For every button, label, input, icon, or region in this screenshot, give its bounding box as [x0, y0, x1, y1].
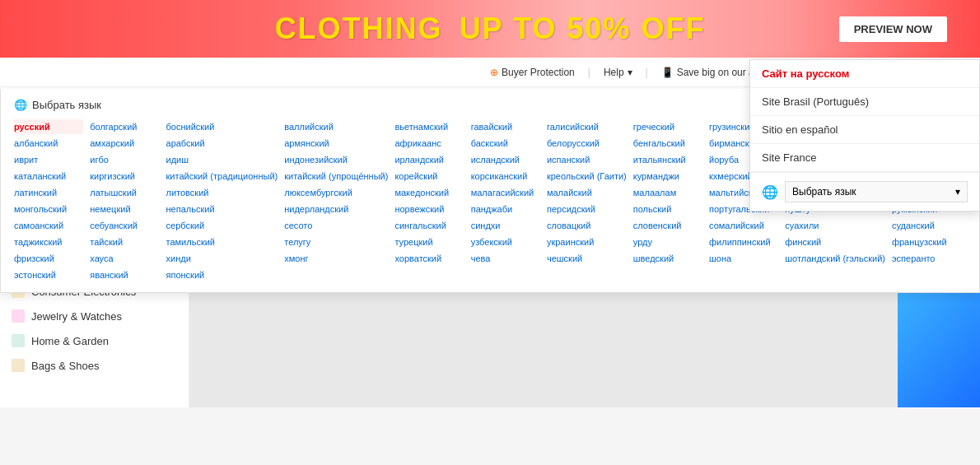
lang-cell[interactable]: польский	[633, 202, 702, 216]
lang-cell[interactable]: шона	[709, 251, 778, 266]
lang-option-brasil[interactable]: Site Brasil (Português)	[750, 88, 979, 116]
lang-cell[interactable]: китайский (упрощённый)	[284, 169, 388, 184]
lang-cell[interactable]: малаалам	[633, 185, 702, 200]
lang-cell[interactable]: корсиканский	[471, 169, 540, 184]
sidebar-item-jewelry[interactable]: Jewelry & Watches	[0, 304, 189, 328]
preview-now-button[interactable]: PREVIEW NOW	[839, 16, 947, 42]
globe-grid-icon: 🌐	[14, 99, 27, 111]
lang-cell[interactable]: самоанский	[14, 218, 83, 233]
lang-cell[interactable]: нидерландский	[284, 202, 388, 216]
sidebar-jewelry-label: Jewelry & Watches	[31, 310, 122, 323]
lang-cell[interactable]: корейский	[394, 169, 464, 184]
lang-cell[interactable]: финский	[785, 235, 885, 249]
lang-cell[interactable]: телугу	[284, 235, 388, 249]
lang-cell[interactable]: малагасийский	[471, 185, 540, 200]
lang-cell[interactable]: панджаби	[471, 202, 540, 216]
lang-cell[interactable]: валлийский	[284, 119, 388, 134]
lang-cell[interactable]: креольский (Гаити)	[547, 169, 627, 184]
sidebar-bags-label: Bags & Shoes	[31, 360, 99, 372]
lang-cell[interactable]: литовский	[166, 185, 278, 200]
lang-cell[interactable]: хорватский	[394, 251, 464, 266]
lang-cell[interactable]: украинский	[547, 235, 627, 249]
lang-cell[interactable]: эсперанто	[892, 251, 966, 266]
lang-cell[interactable]: хауса	[90, 251, 159, 266]
lang-cell[interactable]: африкаанс	[394, 136, 464, 151]
lang-cell[interactable]: исландский	[471, 152, 540, 167]
lang-cell[interactable]: таджикский	[14, 235, 83, 249]
lang-cell[interactable]: сесото	[284, 218, 388, 233]
lang-cell[interactable]: испанский	[547, 152, 627, 167]
lang-cell[interactable]: узбекский	[471, 235, 540, 249]
lang-cell[interactable]: урду	[633, 235, 702, 249]
lang-cell[interactable]: шотландский (гэльский)	[785, 251, 885, 266]
lang-cell[interactable]: итальянский	[633, 152, 702, 167]
lang-cell[interactable]: чева	[471, 251, 540, 266]
language-dropdown[interactable]: Сайт на русском Site Brasil (Português) …	[749, 59, 980, 212]
lang-cell[interactable]: фризский	[14, 251, 83, 266]
lang-cell[interactable]: македонский	[394, 185, 464, 200]
lang-cell[interactable]: русский	[14, 119, 83, 134]
lang-select-box[interactable]: Выбрать язык ▾	[785, 181, 968, 202]
lang-cell[interactable]: армянский	[284, 136, 388, 151]
lang-option-france[interactable]: Site France	[750, 144, 979, 172]
lang-cell[interactable]: шведский	[633, 251, 702, 266]
lang-cell[interactable]: суахили	[785, 218, 885, 233]
lang-cell[interactable]: идиш	[166, 152, 278, 167]
lang-cell[interactable]: чешский	[547, 251, 627, 266]
lang-cell[interactable]: болгарский	[90, 119, 159, 134]
lang-cell[interactable]: малайский	[547, 185, 627, 200]
lang-cell[interactable]: эстонский	[14, 267, 83, 282]
lang-cell[interactable]: непальский	[166, 202, 278, 216]
lang-cell[interactable]: синдхи	[471, 218, 540, 233]
sidebar-item-bags[interactable]: Bags & Shoes	[0, 353, 189, 378]
sidebar-item-home[interactable]: Home & Garden	[0, 328, 189, 353]
help-button[interactable]: Help ▾	[604, 67, 632, 78]
lang-cell[interactable]: латинский	[14, 185, 83, 200]
lang-cell[interactable]: курманджи	[633, 169, 702, 184]
separator-1: |	[588, 67, 590, 78]
lang-cell[interactable]: амхарский	[90, 136, 159, 151]
lang-cell[interactable]: сербский	[166, 218, 278, 233]
lang-cell[interactable]: монгольский	[14, 202, 83, 216]
lang-cell[interactable]: тайский	[90, 235, 159, 249]
lang-cell[interactable]: ирландский	[394, 152, 464, 167]
lang-cell[interactable]: себуанский	[90, 218, 159, 233]
lang-cell[interactable]: словенский	[633, 218, 702, 233]
lang-cell[interactable]: латышский	[90, 185, 159, 200]
lang-cell[interactable]: французский	[892, 235, 966, 249]
lang-cell[interactable]: сомалийский	[709, 218, 778, 233]
lang-cell[interactable]: тамильский	[166, 235, 278, 249]
lang-cell[interactable]: албанский	[14, 136, 83, 151]
lang-cell[interactable]: хмонг	[284, 251, 388, 266]
lang-cell[interactable]: турецкий	[394, 235, 464, 249]
lang-cell[interactable]: арабский	[166, 136, 278, 151]
lang-cell[interactable]: иврит	[14, 152, 83, 167]
lang-cell[interactable]: бенгальский	[633, 136, 702, 151]
lang-cell[interactable]: яванский	[90, 267, 159, 282]
lang-cell[interactable]: немецкий	[90, 202, 159, 216]
lang-option-russian[interactable]: Сайт на русском	[750, 60, 979, 88]
lang-cell[interactable]: словацкий	[547, 218, 627, 233]
lang-cell[interactable]: сингальский	[394, 218, 464, 233]
lang-cell[interactable]: норвежский	[394, 202, 464, 216]
lang-cell[interactable]: хинди	[166, 251, 278, 266]
lang-cell[interactable]: каталанский	[14, 169, 83, 184]
lang-cell[interactable]: филиппинский	[709, 235, 778, 249]
lang-cell[interactable]: люксембургский	[284, 185, 388, 200]
lang-cell[interactable]: игбо	[90, 152, 159, 167]
lang-cell[interactable]: индонезийский	[284, 152, 388, 167]
lang-cell[interactable]: киргизский	[90, 169, 159, 184]
lang-option-espanol[interactable]: Sitio en español	[750, 116, 979, 144]
lang-cell[interactable]: галисийский	[547, 119, 627, 134]
lang-cell[interactable]: белорусский	[547, 136, 627, 151]
lang-cell[interactable]: гавайский	[471, 119, 540, 134]
lang-cell[interactable]: китайский (традиционный)	[166, 169, 278, 184]
lang-cell[interactable]: персидский	[547, 202, 627, 216]
lang-cell[interactable]: греческий	[633, 119, 702, 134]
lang-cell[interactable]: баскский	[471, 136, 540, 151]
lang-cell[interactable]: вьетнамский	[394, 119, 464, 134]
banner-text-clothing: CLOTHING	[275, 12, 443, 45]
lang-cell[interactable]: боснийский	[166, 119, 278, 134]
lang-cell[interactable]: японский	[166, 267, 278, 282]
lang-cell[interactable]: суданский	[892, 218, 966, 233]
